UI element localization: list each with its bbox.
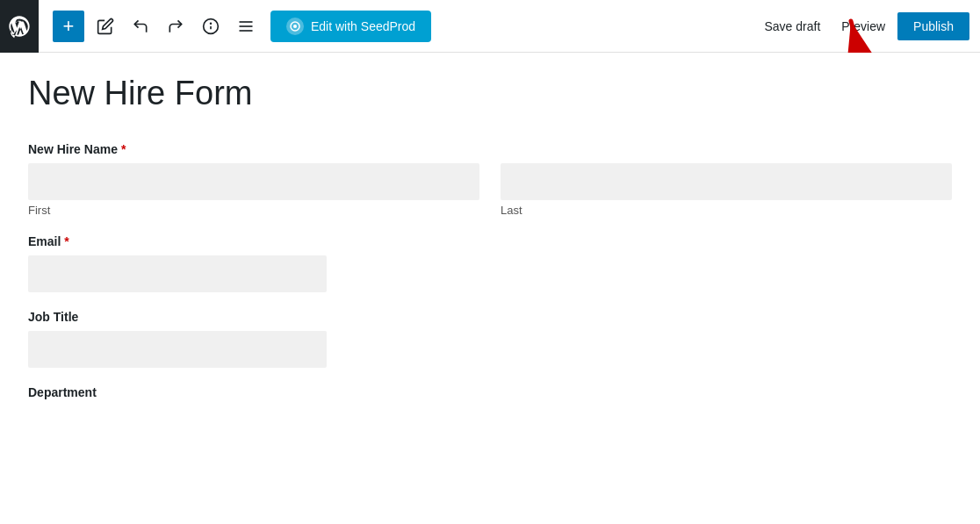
seedprod-logo-icon	[290, 21, 300, 32]
department-section: Department	[28, 385, 952, 399]
svg-point-7	[293, 25, 297, 28]
main-content: New Hire Form New Hire Name * First Last…	[0, 53, 980, 438]
undo-icon	[132, 18, 149, 35]
email-input[interactable]	[28, 255, 327, 292]
seedprod-button-label: Edit with SeedProd	[311, 19, 415, 33]
job-title-label: Job Title	[28, 310, 952, 324]
first-name-field: First	[28, 163, 479, 217]
last-name-field: Last	[501, 163, 952, 217]
wordpress-logo[interactable]	[0, 0, 39, 53]
last-name-sublabel: Last	[501, 204, 952, 217]
name-fields-row: First Last	[28, 163, 952, 217]
name-section: New Hire Name * First Last	[28, 142, 952, 217]
publish-button[interactable]: Publish	[897, 12, 969, 40]
tools-button[interactable]	[232, 12, 260, 40]
job-title-field-container	[28, 331, 952, 368]
page-title: New Hire Form	[28, 74, 952, 114]
info-button[interactable]	[197, 12, 225, 40]
info-icon	[202, 18, 220, 35]
edit-tool-button[interactable]	[91, 12, 119, 40]
preview-button[interactable]: Preview	[832, 14, 894, 39]
name-required-star: *	[121, 142, 126, 156]
redo-icon	[167, 18, 184, 35]
name-label: New Hire Name *	[28, 142, 952, 156]
job-title-section: Job Title	[28, 310, 952, 368]
toolbar: +	[0, 0, 980, 53]
undo-button[interactable]	[126, 12, 155, 40]
last-name-input[interactable]	[501, 163, 952, 200]
tools-icon	[237, 18, 255, 35]
email-section: Email *	[28, 234, 952, 292]
seedprod-icon	[286, 18, 304, 35]
email-field-container	[28, 255, 952, 292]
department-label: Department	[28, 385, 952, 399]
first-name-input[interactable]	[28, 163, 479, 200]
wp-logo-icon	[7, 14, 32, 39]
redo-button[interactable]	[162, 12, 190, 40]
edit-with-seedprod-button[interactable]: Edit with SeedProd	[270, 11, 431, 42]
toolbar-right: Save draft Preview Publish	[755, 12, 969, 40]
job-title-input[interactable]	[28, 331, 327, 368]
add-block-button[interactable]: +	[53, 11, 84, 42]
email-required-star: *	[64, 234, 68, 248]
save-draft-button[interactable]: Save draft	[755, 14, 829, 39]
email-label: Email *	[28, 234, 952, 248]
first-name-sublabel: First	[28, 204, 479, 217]
pencil-icon	[97, 18, 114, 35]
